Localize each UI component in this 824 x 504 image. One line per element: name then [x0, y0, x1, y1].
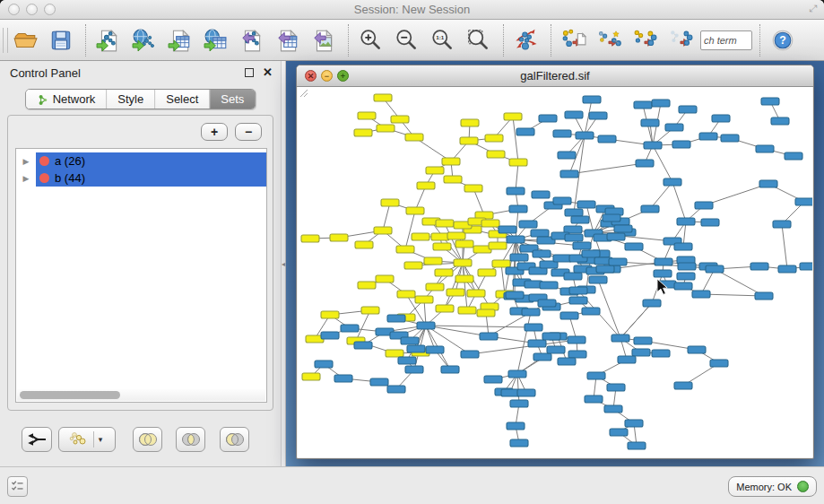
expander-icon[interactable]: ▶: [16, 174, 36, 183]
net-grow-icon: [633, 28, 658, 53]
folder-icon: [13, 28, 38, 53]
memory-status-badge[interactable]: Memory: OK: [728, 476, 817, 497]
network-view-window[interactable]: ✕ − + galFiltered.sif: [296, 65, 814, 459]
zoom-selected-button[interactable]: [464, 25, 495, 56]
zoom-in-button[interactable]: [357, 25, 387, 56]
doc-table-in-icon: [168, 28, 193, 53]
search-input[interactable]: [700, 30, 752, 50]
select-first-neighbors-button[interactable]: [595, 25, 626, 56]
import-table-url-button[interactable]: [202, 25, 232, 56]
help-button[interactable]: ?: [768, 25, 799, 56]
create-set-from-network-button[interactable]: ▾: [58, 427, 116, 452]
globe-table-in-icon: [204, 28, 229, 53]
set-intersection-button[interactable]: [176, 427, 205, 452]
zoom-out-icon: [395, 28, 420, 53]
remove-set-button[interactable]: −: [235, 123, 262, 141]
set-list-item[interactable]: ▶b (44): [16, 169, 266, 187]
control-panel-tabs: NetworkStyleSelectSets: [25, 89, 256, 109]
window-title: Session: New Session: [0, 3, 824, 16]
open-session-button[interactable]: [11, 25, 41, 56]
export-table-button[interactable]: [273, 25, 304, 56]
app-window: Session: New Session ⤢ 1:1? Control Pane…: [0, 0, 824, 504]
doc-net-in-icon: [96, 28, 121, 53]
toolbar-drag-handle[interactable]: [3, 28, 8, 53]
tab-label: Select: [166, 92, 198, 106]
sets-footer-toolbar: ▾: [0, 418, 281, 466]
zoom-fit-icon: [466, 28, 491, 53]
export-network-button[interactable]: [238, 25, 268, 56]
new-network-from-selection-button[interactable]: [559, 25, 590, 56]
tab-style[interactable]: Style: [106, 90, 154, 109]
tab-label: Network: [53, 92, 96, 106]
control-panel: Control Panel ✕ NetworkStyleSelectSets +…: [0, 61, 281, 466]
venn-diff-icon: [223, 428, 247, 451]
toolbar-separator: [348, 24, 349, 56]
tab-label: Style: [117, 92, 143, 106]
split-set-button[interactable]: [22, 427, 52, 452]
new-network-selected-only-button[interactable]: [667, 25, 698, 56]
zoom-out-button[interactable]: [393, 25, 423, 56]
memory-ok-icon: [797, 481, 809, 492]
import-network-file-button[interactable]: [94, 25, 125, 56]
toolbar-separator: [759, 24, 760, 56]
save-session-button[interactable]: [47, 25, 77, 56]
resize-grip[interactable]: [298, 87, 308, 98]
status-bar: Memory: OK: [0, 466, 824, 504]
svg-text:1:1: 1:1: [436, 34, 445, 40]
fork-icon: [25, 428, 48, 451]
network-graph[interactable]: [298, 87, 812, 457]
set-label: a (26): [55, 154, 85, 168]
control-panel-title: Control Panel: [10, 66, 81, 80]
horizontal-scrollbar[interactable]: [17, 389, 265, 401]
net-fade-icon: [669, 28, 694, 53]
add-set-button[interactable]: +: [201, 123, 228, 141]
network-canvas[interactable]: [298, 87, 812, 457]
zoom-actual-size-button[interactable]: 1:1: [429, 25, 459, 56]
network-view-title: galFiltered.sif: [297, 69, 813, 83]
tab-network[interactable]: Network: [26, 90, 107, 109]
toolbar-separator: [85, 24, 86, 56]
expander-icon[interactable]: ▶: [16, 157, 36, 166]
sets-list[interactable]: ▶a (26)▶b (44): [15, 148, 267, 403]
zoom-in-icon: [359, 28, 384, 53]
export-image-button[interactable]: [309, 25, 340, 56]
memory-status-label: Memory: OK: [736, 482, 792, 492]
fullscreen-icon[interactable]: ⤢: [809, 3, 817, 14]
set-label: b (44): [55, 171, 85, 185]
floppy-icon: [48, 28, 74, 53]
globe-net-in-icon: [132, 28, 157, 53]
dropdown-caret-icon[interactable]: ▾: [93, 431, 108, 448]
help-icon: ?: [770, 28, 795, 53]
import-network-url-button[interactable]: [130, 25, 160, 56]
set-list-item[interactable]: ▶a (26): [16, 152, 266, 169]
apply-preferred-layout-button[interactable]: [512, 25, 542, 56]
collapse-panel-icon[interactable]: ◂: [282, 260, 285, 268]
tab-sets[interactable]: Sets: [209, 90, 255, 109]
set-union-button[interactable]: [133, 427, 162, 452]
venn-intersect-icon: [179, 428, 203, 451]
network-desktop: ✕ − + galFiltered.sif: [286, 61, 824, 466]
layout-icon: [514, 28, 539, 53]
scrollbar-thumb[interactable]: [20, 391, 120, 399]
network-tab-icon: [37, 93, 49, 106]
set-color-icon: [39, 156, 49, 166]
zoom-11-icon: 1:1: [430, 28, 455, 53]
set-difference-button[interactable]: [220, 427, 249, 452]
task-history-button[interactable]: [7, 476, 28, 497]
control-panel-header: Control Panel ✕: [0, 61, 281, 86]
doc-net-out-icon: [239, 28, 265, 53]
doc-image-out-icon: [311, 28, 336, 53]
svg-text:?: ?: [779, 34, 786, 47]
set-color-icon: [39, 173, 49, 183]
tab-select[interactable]: Select: [154, 90, 209, 109]
sets-panel: + − ▶a (26)▶b (44): [7, 115, 273, 411]
grow-selection-button[interactable]: [631, 25, 662, 56]
import-table-file-button[interactable]: [166, 25, 196, 56]
network-window-titlebar[interactable]: ✕ − + galFiltered.sif: [297, 65, 813, 87]
tab-label: Sets: [221, 92, 244, 106]
toolbar-separator: [551, 24, 551, 56]
close-panel-icon[interactable]: ✕: [263, 65, 273, 79]
float-panel-icon[interactable]: [245, 68, 254, 77]
toolbar-separator: [503, 24, 504, 56]
titlebar: Session: New Session ⤢: [0, 0, 824, 20]
